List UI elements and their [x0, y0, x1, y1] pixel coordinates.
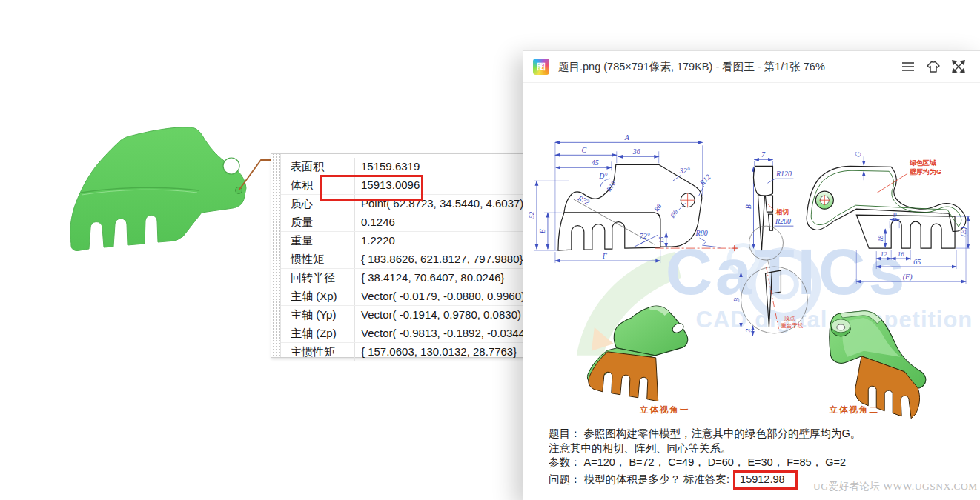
v2-boss-hole	[837, 324, 845, 330]
svg-text:65: 65	[913, 258, 921, 266]
svg-text:C: C	[582, 146, 587, 154]
desktop: { "properties_panel": { "rows": [ {"labe…	[0, 0, 980, 500]
fullscreen-icon[interactable]	[946, 56, 971, 77]
svg-text:45: 45	[592, 159, 599, 167]
image-view-area[interactable]: CaTICs CAD digital competition	[523, 83, 980, 500]
svg-text:12: 12	[881, 250, 887, 258]
standard-answer: 15912.98	[740, 473, 784, 485]
row-label: 回转半径	[281, 269, 355, 287]
svg-text:52: 52	[528, 211, 535, 218]
model-hole	[223, 158, 239, 174]
svg-text:18: 18	[877, 235, 884, 241]
row-value: Vector( -0.9813, -0.1892, -0.0344)	[355, 324, 529, 342]
row-value: Vector( -0.0179, -0.0880, 0.9960)	[355, 287, 525, 305]
svg-text:R12: R12	[698, 173, 712, 187]
model-silhouette[interactable]	[70, 127, 246, 251]
row-value: Vector( -0.1914, 0.9780, 0.0830)	[355, 306, 521, 324]
question-line1: 题目： 参照图构建零件模型，注意其中的绿色部分的壁厚均为G。	[549, 427, 861, 441]
row-label: 主轴 (Yp)	[281, 306, 355, 324]
row-label: 重量	[281, 232, 355, 250]
svg-text:G: G	[854, 152, 862, 157]
svg-text:16: 16	[898, 250, 904, 258]
svg-text:(E): (E)	[959, 227, 968, 236]
side-green-top	[754, 166, 773, 196]
svg-text:32°: 32°	[679, 167, 690, 175]
view2-label: 立体视角二	[829, 405, 879, 414]
svg-text:重合于线: 重合于线	[781, 322, 803, 329]
svg-text:Ø9: Ø9	[668, 208, 679, 220]
row-value: 0.1246	[355, 213, 395, 231]
side-green-mid	[765, 196, 772, 212]
row-label: 表面积	[281, 158, 355, 176]
row-label: 主轴 (Zp)	[281, 324, 355, 342]
site-watermark: UG爱好者论坛 WWW.UGSNX.COM	[813, 480, 978, 493]
row-value: { 38.4124, 70.6407, 80.0246}	[355, 269, 505, 287]
question-line2: 注意其中的相切、阵列、同心等关系。	[549, 441, 861, 456]
row-value: { 183.8626, 621.8127, 797.9880}	[355, 250, 523, 268]
svg-text:D°: D°	[598, 172, 607, 180]
answer-highlight-box: 15912.98	[733, 470, 797, 490]
view1-label: 立体视角一	[639, 405, 689, 414]
svg-text:R72: R72	[576, 193, 591, 207]
svg-text:3: 3	[745, 328, 752, 333]
svg-text:R10: R10	[605, 179, 618, 193]
row-value: 15159.6319	[355, 158, 420, 176]
panel-grip[interactable]	[271, 154, 281, 357]
svg-text:9: 9	[893, 211, 897, 219]
svg-text:E: E	[538, 229, 546, 234]
window-title-bar[interactable]: 图 题目.png (785×791像素, 179KB) - 看图王 - 第1/1…	[523, 51, 980, 83]
question-line4-prefix: 问题： 模型的体积是多少？ 标准答案:	[549, 473, 729, 485]
svg-text:顶点: 顶点	[783, 315, 795, 321]
image-viewer-window: 图 题目.png (785×791像素, 179KB) - 看图王 - 第1/1…	[523, 50, 980, 500]
row-label: 质量	[281, 213, 355, 231]
svg-text:R8: R8	[652, 202, 663, 213]
svg-text:7: 7	[761, 150, 766, 159]
svg-text:F: F	[602, 252, 608, 260]
svg-text:R80: R80	[695, 229, 708, 237]
side-green-low	[768, 214, 772, 230]
menu-icon[interactable]	[895, 56, 921, 77]
svg-text:B: B	[745, 204, 753, 209]
svg-text:R120: R120	[775, 170, 792, 178]
app-icon: 图	[533, 59, 549, 75]
svg-text:(F): (F)	[903, 273, 913, 281]
svg-text:R200: R200	[775, 217, 791, 225]
row-label: 主轴 (Xp)	[281, 287, 355, 305]
svg-text:36: 36	[632, 147, 640, 156]
svg-text:15: 15	[658, 236, 665, 243]
svg-text:绿色区域: 绿色区域	[909, 159, 936, 167]
svg-text:壁厚均为G: 壁厚均为G	[909, 168, 941, 176]
volume-highlight-box	[320, 175, 423, 201]
shirt-skin-icon[interactable]	[921, 56, 946, 77]
question-line3: 参数： A=120， B=72， C=49， D=60， E=30， F=85，…	[549, 456, 861, 470]
part-model-3d[interactable]	[70, 127, 246, 251]
row-value: { 157.0603, 130.0132, 28.7763}	[355, 343, 517, 361]
logo-text: CaTICs	[666, 235, 908, 308]
row-label: 主惯性矩	[281, 343, 355, 361]
row-label: 惯性矩	[281, 250, 355, 268]
svg-text:相切: 相切	[775, 208, 789, 216]
svg-text:A: A	[624, 133, 630, 141]
window-title: 题目.png (785×791像素, 179KB) - 看图王 - 第1/1张 …	[558, 60, 825, 74]
row-value: 1.2220	[355, 232, 395, 250]
svg-text:B: B	[732, 298, 741, 302]
svg-text:72°: 72°	[640, 232, 650, 240]
